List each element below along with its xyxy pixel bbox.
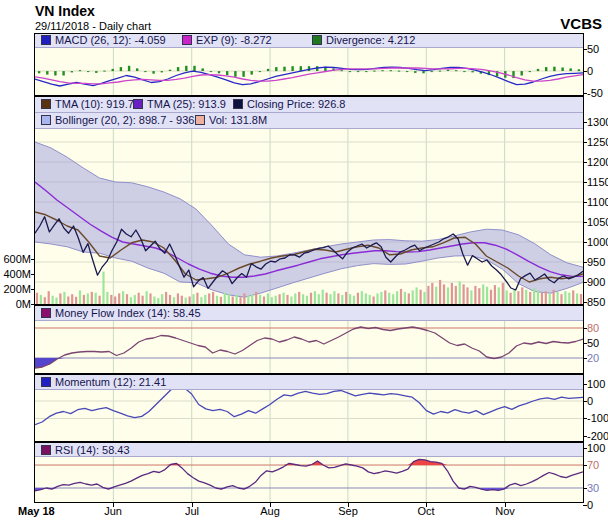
brand-logo: VCBS — [560, 15, 602, 32]
y-axis-label: 0 — [587, 395, 593, 407]
y-axis-label: 1150 — [587, 176, 608, 188]
x-axis-label: Jul — [185, 505, 199, 517]
volume-axis-label: 200M — [0, 283, 31, 295]
legend-label: Money Flow Index (14): 58.45 — [55, 307, 201, 319]
volume-axis-label: 600M — [0, 253, 31, 265]
panel-separator — [34, 304, 584, 306]
y-axis-label: 70 — [587, 459, 599, 471]
momentum-plot[interactable] — [35, 390, 583, 441]
legend-label: TMA (25): 913.9 — [147, 98, 226, 110]
legend-label: RSI (14): 58.43 — [55, 444, 130, 456]
y-axis-label: 1100 — [587, 196, 608, 208]
y-axis-label: -100 — [587, 412, 608, 424]
x-axis-label: Aug — [260, 505, 280, 517]
macd-legend-swatch-icon — [41, 35, 51, 45]
legend-item-price: TMA (10): 919.7 — [41, 98, 134, 110]
macd-plot[interactable] — [35, 48, 583, 95]
legend-label: Momentum (12): 21.41 — [55, 376, 166, 388]
legend-item-macd: EXP (9): -8.272 — [182, 34, 272, 46]
volume-axis-tick — [31, 274, 35, 275]
legend-label: Bollinger (20, 2): 898.7 - 936.9 — [55, 114, 204, 126]
y-axis-label: 1000 — [587, 236, 608, 248]
legend-label: TMA (10): 919.7 — [55, 98, 134, 110]
legend-item-price: Vol: 131.8M — [195, 114, 267, 126]
legend-item-price: Closing Price: 926.8 — [233, 98, 345, 110]
legend-item-rsi: RSI (14): 58.43 — [41, 444, 130, 456]
legend-item-momentum: Momentum (12): 21.41 — [41, 376, 166, 388]
y-axis-label: 100 — [587, 378, 605, 390]
rsi-legend-row: RSI (14): 58.43 — [35, 443, 583, 457]
rsi-plot[interactable] — [35, 457, 583, 502]
price-legend-swatch-icon — [133, 99, 143, 109]
macd-legend-swatch-icon — [182, 35, 192, 45]
momentum-legend-swatch-icon — [41, 377, 51, 387]
y-axis-label: -200 — [587, 430, 608, 442]
price-plot[interactable] — [35, 129, 583, 304]
y-axis-label: 1050 — [587, 216, 608, 228]
y-axis-label: 950 — [587, 256, 605, 268]
x-axis-label: Sep — [338, 505, 358, 517]
legend-item-mfi: Money Flow Index (14): 58.45 — [41, 307, 201, 319]
legend-item-price: Bollinger (20, 2): 898.7 - 936.9 — [41, 114, 204, 126]
macd-legend-swatch-icon — [312, 35, 322, 45]
price-legend-swatch-icon — [41, 115, 51, 125]
legend-label: Divergence: 4.212 — [326, 34, 415, 46]
price-legend-swatch-icon — [233, 99, 243, 109]
mfi-legend-row: Money Flow Index (14): 58.45 — [35, 306, 583, 321]
volume-axis-tick — [31, 304, 35, 305]
x-axis-label: Nov — [495, 505, 515, 517]
volume-axis-tick — [31, 259, 35, 260]
x-axis-label: Jun — [104, 505, 122, 517]
y-axis-label: 20 — [587, 352, 599, 364]
y-axis-label: 1200 — [587, 156, 608, 168]
y-axis-label: 50 — [587, 43, 599, 55]
page-title: VN Index — [35, 3, 95, 19]
y-axis-label: 30 — [587, 482, 599, 494]
price-legend-swatch-icon — [41, 99, 51, 109]
x-axis-label-start: May 18 — [18, 505, 55, 517]
vcbs-chart-window: VN Index 29/11/2018 - Daily chart VCBS M… — [0, 0, 608, 527]
y-axis-label: 0 — [587, 499, 593, 511]
y-axis-label: -50 — [587, 87, 603, 99]
volume-axis-tick — [31, 289, 35, 290]
panel-separator — [34, 95, 584, 97]
price-legend-swatch-icon — [195, 115, 205, 125]
panel-separator — [34, 373, 584, 375]
macd-legend-row: MACD (26, 12): -4.059EXP (9): -8.272Dive… — [35, 33, 583, 48]
y-axis-label: 80 — [587, 322, 599, 334]
volume-axis-label: 0M — [0, 298, 31, 310]
y-axis-label: 850 — [587, 296, 605, 308]
momentum-legend-row: Momentum (12): 21.41 — [35, 375, 583, 390]
y-axis-label: 1250 — [587, 136, 608, 148]
legend-label: Vol: 131.8M — [209, 114, 267, 126]
y-axis-label: 1300 — [587, 116, 608, 128]
panel-separator — [34, 441, 584, 443]
x-axis-label: Oct — [417, 505, 434, 517]
volume-axis-label: 400M — [0, 268, 31, 280]
legend-label: Closing Price: 926.8 — [247, 98, 345, 110]
y-axis-label: 0 — [587, 65, 593, 77]
y-axis-label: 100 — [587, 442, 605, 454]
mfi-legend-swatch-icon — [41, 308, 51, 318]
legend-item-macd: Divergence: 4.212 — [312, 34, 415, 46]
legend-label: MACD (26, 12): -4.059 — [55, 34, 166, 46]
price-legend-row: Bollinger (20, 2): 898.7 - 936.9Vol: 131… — [35, 113, 583, 129]
chart-subtitle: 29/11/2018 - Daily chart — [35, 20, 151, 32]
legend-label: EXP (9): -8.272 — [196, 34, 272, 46]
legend-item-price: TMA (25): 913.9 — [133, 98, 226, 110]
price-legend-row: TMA (10): 919.7TMA (25): 913.9Closing Pr… — [35, 97, 583, 113]
y-axis-label: 900 — [587, 276, 605, 288]
legend-item-macd: MACD (26, 12): -4.059 — [41, 34, 166, 46]
y-axis-label: 50 — [587, 337, 599, 349]
rsi-legend-swatch-icon — [41, 445, 51, 455]
mfi-plot[interactable] — [35, 321, 583, 373]
